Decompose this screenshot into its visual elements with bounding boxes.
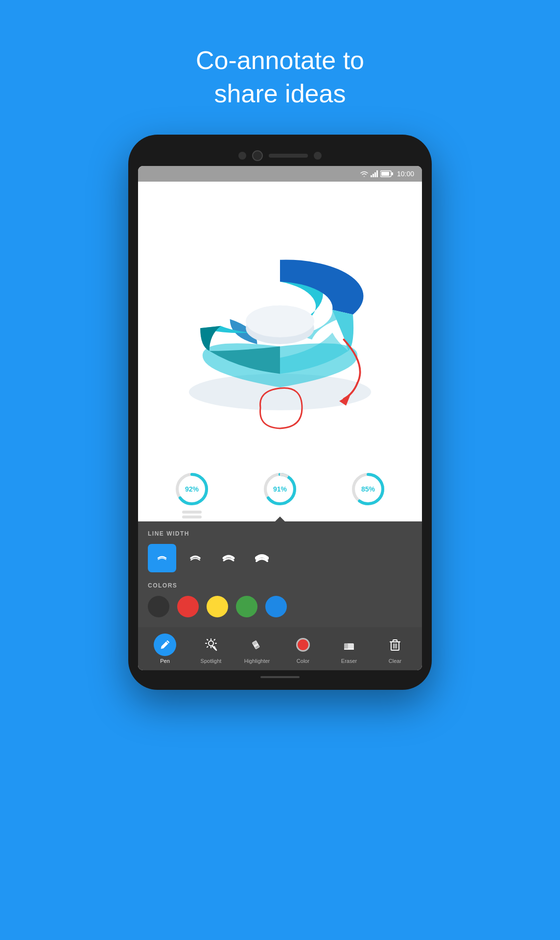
- annotation-circle: [251, 383, 309, 432]
- ring-chart-2: 91%: [236, 470, 324, 518]
- bottom-toolbar: Pen: [138, 627, 422, 670]
- svg-line-32: [214, 648, 215, 649]
- svg-rect-2: [374, 172, 376, 177]
- svg-line-28: [214, 639, 215, 640]
- pen-icon: [160, 639, 170, 650]
- spotlight-label: Spotlight: [201, 658, 222, 664]
- toolbar-highlighter[interactable]: Highlighter: [234, 634, 280, 664]
- phone-top: [138, 144, 422, 166]
- home-indicator: [260, 676, 300, 678]
- color-icon: [296, 638, 310, 652]
- line-width-title: LINE WIDTH: [148, 530, 412, 537]
- line-width-options: [148, 544, 412, 572]
- spotlight-icon: [205, 638, 217, 651]
- svg-text:92%: 92%: [185, 485, 199, 493]
- spotlight-icon-container: [200, 634, 222, 656]
- header-title: Co-annotate to share ideas: [0, 44, 560, 110]
- eraser-icon: [343, 638, 355, 651]
- colors-title: COLORS: [148, 582, 412, 589]
- pen-label: Pen: [160, 658, 170, 664]
- svg-line-29: [207, 647, 208, 648]
- color-black[interactable]: [148, 596, 169, 617]
- svg-point-22: [209, 641, 213, 646]
- svg-point-10: [246, 306, 314, 337]
- ring-chart-1: 92%: [148, 470, 236, 518]
- line-width-option-3[interactable]: [214, 544, 243, 572]
- svg-rect-3: [376, 170, 378, 177]
- svg-rect-37: [344, 643, 348, 649]
- line-width-option-2[interactable]: [181, 544, 210, 572]
- clear-icon-container: [384, 634, 406, 656]
- color-options: [148, 596, 412, 617]
- battery-icon: [380, 170, 393, 177]
- wifi-icon: [360, 170, 369, 177]
- color-red[interactable]: [177, 596, 199, 617]
- phone-bottom: [138, 670, 422, 680]
- pen-icon-container: [154, 634, 176, 656]
- ring-chart-3: 85%: [324, 470, 412, 518]
- ring-svg-1: 92%: [173, 470, 210, 508]
- toolbar-spotlight[interactable]: Spotlight: [188, 634, 234, 664]
- phone-screen: 10:00: [138, 166, 422, 670]
- chart-area: [138, 182, 422, 466]
- line-width-option-4[interactable]: [248, 544, 276, 572]
- camera-dot: [238, 152, 246, 160]
- svg-line-27: [207, 639, 208, 640]
- highlighter-icon: [251, 638, 263, 651]
- phone-frame: 10:00: [128, 135, 432, 690]
- line-width-option-1[interactable]: [148, 544, 176, 572]
- signal-icon: [371, 170, 378, 177]
- clear-label: Clear: [389, 658, 401, 664]
- header-section: Co-annotate to share ideas: [0, 0, 560, 135]
- eraser-icon-container: [338, 634, 360, 656]
- toolbar-eraser[interactable]: Eraser: [326, 634, 372, 664]
- svg-text:85%: 85%: [361, 485, 375, 493]
- toolbar-pen[interactable]: Pen: [142, 634, 188, 664]
- popup-arrow: [275, 517, 285, 521]
- svg-rect-1: [373, 174, 374, 177]
- svg-rect-6: [392, 172, 393, 175]
- status-time: 10:00: [397, 170, 414, 178]
- svg-rect-0: [371, 175, 372, 177]
- color-yellow[interactable]: [207, 596, 228, 617]
- phone-wrapper: 10:00: [0, 135, 560, 690]
- svg-rect-41: [393, 640, 397, 642]
- toolbar-color[interactable]: Color: [280, 634, 326, 664]
- speaker-bar: [269, 154, 308, 158]
- ring-svg-2: 91%: [261, 470, 299, 508]
- highlighter-icon-container: [246, 634, 268, 656]
- svg-rect-5: [381, 172, 389, 176]
- eraser-label: Eraser: [341, 658, 357, 664]
- status-bar: 10:00: [138, 166, 422, 182]
- highlighter-label: Highlighter: [244, 658, 270, 664]
- stats-row: 92% 91%: [138, 466, 422, 521]
- svg-text:91%: 91%: [273, 485, 287, 493]
- color-green[interactable]: [236, 596, 257, 617]
- color-label: Color: [297, 658, 309, 664]
- status-icons: 10:00: [360, 170, 414, 178]
- ring-svg-3: 85%: [350, 470, 387, 508]
- color-blue[interactable]: [265, 596, 287, 617]
- clear-icon: [389, 638, 401, 651]
- front-camera: [252, 150, 263, 161]
- toolbar-clear[interactable]: Clear: [372, 634, 418, 664]
- camera-dot-2: [314, 152, 322, 160]
- line-width-popup: LINE WIDTH: [138, 521, 422, 627]
- color-icon-container: [292, 634, 314, 656]
